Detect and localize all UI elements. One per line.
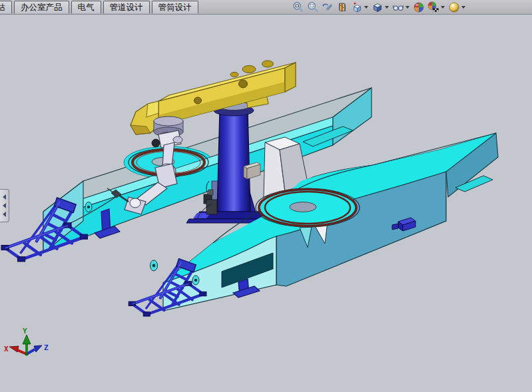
view-orientation-button[interactable]	[350, 1, 364, 13]
previous-view-button[interactable]	[321, 1, 334, 13]
zoom-to-area-icon	[307, 1, 319, 13]
tab-electrical[interactable]: 电气	[71, 1, 101, 13]
view-settings-icon	[448, 1, 460, 13]
tab-evaluate-clipped[interactable]: 评估	[0, 1, 12, 13]
tab-office-products[interactable]: 办公室产品	[14, 1, 69, 13]
previous-view-icon	[322, 1, 334, 13]
apply-scene-icon	[427, 1, 439, 13]
hide-show-items-icon	[392, 1, 404, 13]
zoom-to-area-button[interactable]	[306, 1, 320, 13]
arm-motor	[152, 139, 160, 147]
apply-scene-button[interactable]	[427, 1, 440, 13]
command-tabs: 评估 办公室产品 电气 管道设计 管筒设计	[0, 1, 200, 14]
hide-show-items-dropdown-arrow[interactable]	[405, 6, 409, 9]
x-axis-label: X	[4, 345, 9, 353]
view-orientation-dropdown-arrow[interactable]	[364, 6, 368, 9]
edit-appearance-button[interactable]	[412, 1, 425, 13]
z-axis-label: Z	[44, 343, 49, 352]
3d-viewport[interactable]: X Y Z	[0, 15, 532, 392]
section-view-button[interactable]	[336, 1, 349, 13]
solidworks-window: { "app": {"description": "SolidWorks 3D …	[0, 0, 532, 392]
y-axis-label: Y	[23, 327, 27, 335]
y-axis-arrow	[23, 335, 31, 344]
apply-scene-dropdown-arrow[interactable]	[441, 6, 445, 9]
tab-piping-design[interactable]: 管道设计	[103, 1, 150, 13]
tab-tubing-design[interactable]: 管筒设计	[152, 1, 198, 13]
rotary-ring-right[interactable]	[256, 188, 360, 227]
display-style-dropdown-arrow[interactable]	[385, 6, 389, 9]
zoom-to-fit-icon	[292, 1, 304, 13]
command-bar: 评估 办公室产品 电气 管道设计 管筒设计	[0, 0, 532, 15]
edit-appearance-icon	[413, 1, 425, 13]
section-view-icon	[336, 1, 348, 13]
support-stand-left[interactable]	[1, 198, 88, 262]
z-axis-arrow	[34, 345, 42, 352]
ring-center-hole	[290, 202, 316, 212]
heads-up-view-toolbar	[291, 1, 467, 13]
zoom-to-fit-button[interactable]	[292, 1, 305, 13]
hide-show-items-button[interactable]	[392, 1, 405, 13]
display-style-button[interactable]	[371, 1, 384, 13]
view-settings-button[interactable]	[447, 1, 461, 13]
x-axis-arrow	[9, 346, 19, 352]
display-style-icon	[372, 1, 384, 13]
view-orientation-icon	[351, 1, 363, 13]
support-stand-right[interactable]	[129, 259, 206, 316]
view-settings-dropdown-arrow[interactable]	[461, 6, 465, 9]
orientation-triad: X Y Z	[4, 327, 49, 356]
